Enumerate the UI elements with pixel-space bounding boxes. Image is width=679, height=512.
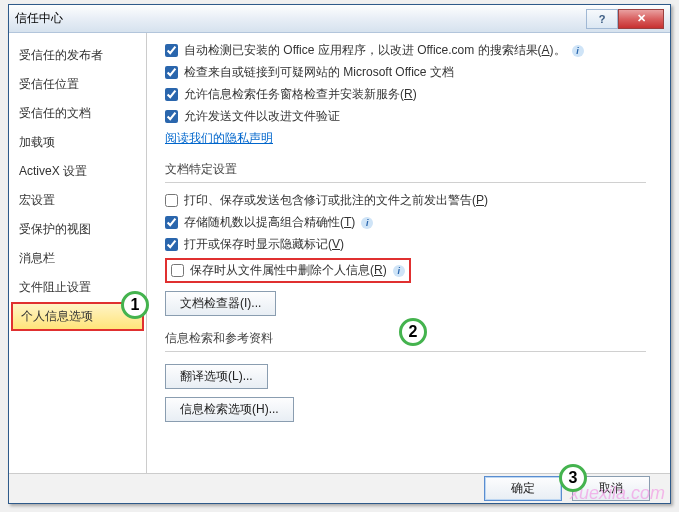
- doc-opt-1-checkbox[interactable]: [165, 216, 178, 229]
- privacy-statement-link[interactable]: 阅读我们的隐私声明: [165, 130, 273, 147]
- doc-settings-heading: 文档特定设置: [165, 161, 646, 187]
- ok-button[interactable]: 确定: [484, 476, 562, 501]
- sidebar-item-addins[interactable]: 加载项: [9, 128, 146, 157]
- window-title: 信任中心: [15, 10, 586, 27]
- privacy-opt-3-checkbox[interactable]: [165, 110, 178, 123]
- close-button[interactable]: ✕: [618, 9, 664, 29]
- translation-options-button[interactable]: 翻译选项(L)...: [165, 364, 268, 389]
- sidebar-item-macro-settings[interactable]: 宏设置: [9, 186, 146, 215]
- dialog-body: 受信任的发布者 受信任位置 受信任的文档 加载项 ActiveX 设置 宏设置 …: [9, 33, 670, 473]
- sidebar-item-protected-view[interactable]: 受保护的视图: [9, 215, 146, 244]
- doc-opt-3-label: 保存时从文件属性中删除个人信息(R): [190, 262, 387, 279]
- annotation-callout-3: 3: [559, 464, 587, 492]
- info-icon: i: [361, 217, 373, 229]
- info-icon: i: [572, 45, 584, 57]
- sidebar: 受信任的发布者 受信任位置 受信任的文档 加载项 ActiveX 设置 宏设置 …: [9, 33, 147, 473]
- info-icon: i: [393, 265, 405, 277]
- content-panel: 自动检测已安装的 Office 应用程序，以改进 Office.com 的搜索结…: [147, 33, 670, 473]
- privacy-opt-0-label: 自动检测已安装的 Office 应用程序，以改进 Office.com 的搜索结…: [184, 42, 566, 59]
- doc-opt-1-label: 存储随机数以提高组合精确性(T): [184, 214, 355, 231]
- privacy-opt-2-label: 允许信息检索任务窗格检查并安装新服务(R): [184, 86, 417, 103]
- document-inspector-button[interactable]: 文档检查器(I)...: [165, 291, 276, 316]
- sidebar-item-activex-settings[interactable]: ActiveX 设置: [9, 157, 146, 186]
- annotation-callout-1: 1: [121, 291, 149, 319]
- titlebar: 信任中心 ? ✕: [9, 5, 670, 33]
- sidebar-item-trusted-publishers[interactable]: 受信任的发布者: [9, 41, 146, 70]
- help-button[interactable]: ?: [586, 9, 618, 29]
- privacy-opt-0-checkbox[interactable]: [165, 44, 178, 57]
- privacy-opt-3-label: 允许发送文件以改进文件验证: [184, 108, 340, 125]
- doc-opt-0-label: 打印、保存或发送包含修订或批注的文件之前发出警告(P): [184, 192, 488, 209]
- doc-opt-0-checkbox[interactable]: [165, 194, 178, 207]
- privacy-opt-1-label: 检查来自或链接到可疑网站的 Microsoft Office 文档: [184, 64, 454, 81]
- annotation-callout-2: 2: [399, 318, 427, 346]
- sidebar-item-message-bar[interactable]: 消息栏: [9, 244, 146, 273]
- research-options-button[interactable]: 信息检索选项(H)...: [165, 397, 294, 422]
- privacy-opt-1-checkbox[interactable]: [165, 66, 178, 79]
- doc-opt-2-label: 打开或保存时显示隐藏标记(V): [184, 236, 344, 253]
- doc-opt-3-checkbox[interactable]: [171, 264, 184, 277]
- trust-center-window: 信任中心 ? ✕ 受信任的发布者 受信任位置 受信任的文档 加载项 Active…: [8, 4, 671, 504]
- privacy-opt-2-checkbox[interactable]: [165, 88, 178, 101]
- titlebar-buttons: ? ✕: [586, 9, 664, 29]
- sidebar-item-trusted-locations[interactable]: 受信任位置: [9, 70, 146, 99]
- sidebar-item-trusted-documents[interactable]: 受信任的文档: [9, 99, 146, 128]
- doc-opt-2-checkbox[interactable]: [165, 238, 178, 251]
